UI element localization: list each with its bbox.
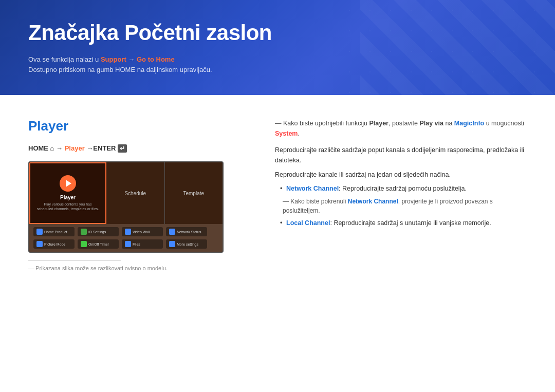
footnote-text: — Prikazana slika može se razlikovati ov… xyxy=(28,265,249,271)
sub-note-prefix: Kako biste pokrenuli xyxy=(290,198,347,205)
icon-picture-mode: Picture Mode xyxy=(33,239,75,249)
nav-home-label: HOME ⌂ → xyxy=(28,144,65,152)
mockup-bottom-icons: Home Product ID Settings Video Wall Netw… xyxy=(29,224,223,252)
intro-player-word: Player xyxy=(369,120,388,127)
icon-label-picture-mode: Picture Mode xyxy=(44,242,65,246)
icon-label-home-product: Home Product xyxy=(44,230,67,234)
icon-on-off-timer: On/Off Timer xyxy=(78,239,119,249)
player-tile-label: Player xyxy=(60,195,76,200)
enter-icon: ↵ xyxy=(118,144,127,153)
local-channel-text: Reproducirajte sadržaj s unutarnje ili v… xyxy=(334,219,491,227)
icon-files: Files xyxy=(122,239,163,249)
icon-network-status: Network Status xyxy=(166,227,207,236)
intro-system-label: u mogućnosti xyxy=(484,120,524,127)
header-banner: Značajka Početni zaslon Ova se funkcija … xyxy=(0,0,555,95)
mockup-main-area: Player Play various contents you has sch… xyxy=(29,162,223,224)
nav-path: HOME ⌂ → Player →ENTER ↵ xyxy=(28,144,249,152)
support-link[interactable]: Support xyxy=(101,55,126,63)
intro-paragraph: — Kako biste upotrijebili funkciju Playe… xyxy=(275,118,527,139)
network-channel-name: Network Channel xyxy=(286,185,339,192)
icon-label-on-off-timer: On/Off Timer xyxy=(88,242,109,246)
sub-note-channel: Network Channel xyxy=(348,198,398,205)
icon-dot-picture xyxy=(36,241,43,247)
intro-end: . xyxy=(298,130,299,137)
icon-home-product: Home Product xyxy=(33,227,75,236)
network-channel-text: Reproducirajte sadržaj pomoću poslužitel… xyxy=(342,185,467,192)
main-content: Player HOME ⌂ → Player →ENTER ↵ Player P… xyxy=(0,95,555,392)
body-text-2: Reproducirajte kanale ili sadržaj na jed… xyxy=(275,170,527,180)
intro-magicinfo: MagicInfo xyxy=(454,120,484,127)
icon-label-network-status: Network Status xyxy=(177,230,201,234)
bullet-list-2: Local Channel: Reproducirajte sadržaj s … xyxy=(275,218,527,228)
arrow-separator: → xyxy=(126,55,137,63)
left-column: Player HOME ⌂ → Player →ENTER ↵ Player P… xyxy=(28,118,249,370)
screen-mockup: Player Play various contents you has sch… xyxy=(28,161,224,253)
icon-more-settings: More settings xyxy=(166,239,207,249)
intro-prefix: Kako biste upotrijebili funkciju xyxy=(283,120,369,127)
icon-label-video-wall: Video Wall xyxy=(133,230,150,234)
icon-dot-id xyxy=(81,229,87,235)
intro-system-word: System xyxy=(275,130,298,137)
template-tile-label: Template xyxy=(183,191,204,196)
divider xyxy=(28,260,121,261)
icon-dot-home xyxy=(36,229,43,235)
icon-label-id-settings: ID Settings xyxy=(88,230,106,234)
local-channel-name: Local Channel xyxy=(286,219,330,227)
player-play-icon xyxy=(60,175,76,192)
player-tile-desc: Play various contents you has scheduled … xyxy=(35,202,100,211)
hex-pattern-decoration xyxy=(339,0,555,95)
bullet-local-channel: Local Channel: Reproducirajte sadržaj s … xyxy=(280,218,527,228)
nav-player-label: Player xyxy=(65,144,85,152)
subtitle-line2: Dostupno pritiskom na gumb HOME na dalji… xyxy=(28,66,212,73)
go-home-link[interactable]: Go to Home xyxy=(137,55,175,63)
icon-label-files: Files xyxy=(133,242,140,246)
icon-id-settings: ID Settings xyxy=(78,227,119,236)
player-tile: Player Play various contents you has sch… xyxy=(29,162,106,224)
template-tile: Template xyxy=(165,162,223,224)
body-text-1: Reproducirajte različite sadržaje poput … xyxy=(275,145,527,165)
intro-play-via: Play via xyxy=(419,120,443,127)
schedule-tile: Schedule xyxy=(106,162,165,224)
icon-label-more-settings: More settings xyxy=(177,242,198,246)
sub-note: Kako biste pokrenuli Network Channel, pr… xyxy=(280,197,527,215)
bullet-list: Network Channel: Reproducirajte sadržaj … xyxy=(275,184,527,194)
icon-dot-timer xyxy=(81,241,87,247)
intro-middle: , postavite xyxy=(388,120,419,127)
subtitle-prefix: Ova se funkcija nalazi u xyxy=(28,55,101,63)
icon-dot-video xyxy=(125,229,131,235)
schedule-tile-label: Schedule xyxy=(124,191,146,196)
icon-dot-files xyxy=(125,241,131,247)
bullet-network-channel: Network Channel: Reproducirajte sadržaj … xyxy=(280,184,527,194)
section-title-player: Player xyxy=(28,118,249,134)
right-column: — Kako biste upotrijebili funkciju Playe… xyxy=(275,118,527,370)
icon-video-wall: Video Wall xyxy=(122,227,163,236)
icon-dot-more xyxy=(169,241,175,247)
icon-dot-network xyxy=(169,229,175,235)
nav-enter: →ENTER xyxy=(85,144,118,152)
intro-dash: — xyxy=(275,120,283,127)
intro-via: na xyxy=(443,120,454,127)
